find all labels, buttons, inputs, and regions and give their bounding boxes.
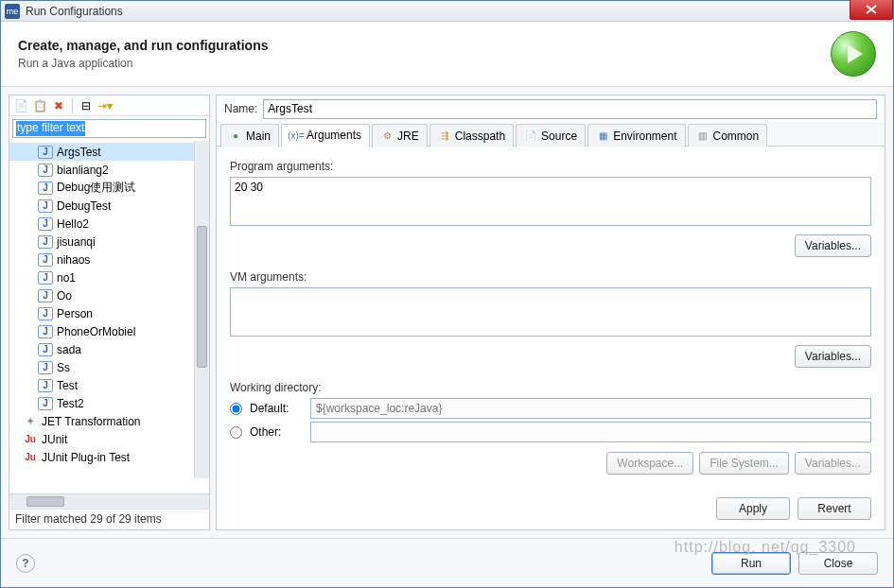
vm-args-input[interactable] xyxy=(230,287,871,337)
tree-item-phoneormobiel[interactable]: JPhoneOrMobiel xyxy=(9,322,209,340)
wd-variables-button[interactable]: Variables... xyxy=(795,452,871,475)
tabstrip: ●Main(x)=Arguments⚙JRE⇶Classpath📄Source▦… xyxy=(217,122,885,147)
titlebar: me Run Configurations xyxy=(1,1,893,22)
tree-item-hello2[interactable]: JHello2 xyxy=(9,215,209,233)
new-config-icon[interactable]: 📄 xyxy=(13,98,28,113)
source-tab-icon: 📄 xyxy=(524,130,537,143)
tree-toolbar: 📄 📋 ✖ ⊟ ⇥▾ xyxy=(9,95,209,116)
header-title: Create, manage, and run configurations xyxy=(18,38,269,53)
java-icon: J xyxy=(38,182,53,195)
jet-icon: ✦ xyxy=(23,415,38,428)
common-tab-icon: ▥ xyxy=(696,130,710,143)
run-configurations-dialog: me Run Configurations Create, manage, an… xyxy=(0,0,894,588)
java-icon: J xyxy=(38,253,53,267)
horizontal-scrollbar[interactable] xyxy=(9,493,209,509)
ju-icon: Ju xyxy=(23,433,38,446)
tree-item-jisuanqi[interactable]: Jjisuanqi xyxy=(9,233,209,251)
tree-item-ss[interactable]: JSs xyxy=(9,358,209,376)
close-icon xyxy=(866,5,877,14)
program-args-label: Program arguments: xyxy=(230,160,871,173)
main-tab-icon: ● xyxy=(229,130,242,143)
apply-button[interactable]: Apply xyxy=(716,497,790,520)
wd-other-radio[interactable] xyxy=(230,426,242,439)
java-icon: J xyxy=(38,307,53,320)
wd-default-radio[interactable] xyxy=(230,403,242,415)
filter-input[interactable] xyxy=(12,119,206,138)
titlebar-title: Run Configurations xyxy=(26,5,123,18)
vertical-scrollbar[interactable] xyxy=(194,141,209,478)
wd-workspace-button[interactable]: Workspace... xyxy=(606,452,693,475)
config-tree[interactable]: JArgsTestJbianliang2JDebug使用测试JDebugTest… xyxy=(9,141,209,493)
run-icon xyxy=(831,31,876,77)
collapse-icon[interactable]: ⊟ xyxy=(79,98,94,113)
program-args-input[interactable] xyxy=(230,177,871,226)
filter-icon[interactable]: ⇥▾ xyxy=(97,98,113,113)
app-icon: me xyxy=(5,4,20,19)
vm-args-label: VM arguments: xyxy=(230,270,871,284)
tree-category-jet-transformation[interactable]: ✦JET Transformation xyxy=(9,412,209,430)
arguments-tab-body: Program arguments: Variables... VM argum… xyxy=(217,147,885,488)
tab-source[interactable]: 📄Source xyxy=(516,124,586,147)
tab-classpath[interactable]: ⇶Classpath xyxy=(429,124,514,147)
wd-other-label: Other: xyxy=(250,425,303,439)
tab-common[interactable]: ▥Common xyxy=(688,124,768,147)
help-icon[interactable]: ? xyxy=(16,554,35,573)
classpath-tab-icon: ⇶ xyxy=(438,130,451,143)
tree-item-nihaos[interactable]: Jnihaos xyxy=(9,251,209,268)
tree-item-person[interactable]: JPerson xyxy=(9,304,209,322)
java-icon: J xyxy=(38,325,53,338)
tree-item-test[interactable]: JTest xyxy=(9,376,209,394)
java-icon: J xyxy=(38,146,53,159)
delete-icon[interactable]: ✖ xyxy=(51,98,66,113)
filter-status: Filter matched 29 of 29 items xyxy=(9,509,209,529)
java-icon: J xyxy=(38,397,53,410)
jre-tab-icon: ⚙ xyxy=(380,130,394,143)
name-input[interactable] xyxy=(263,99,877,119)
dialog-header: Create, manage, and run configurations R… xyxy=(1,22,893,87)
wd-other-value xyxy=(310,422,871,442)
config-editor: Name: ●Main(x)=Arguments⚙JRE⇶Classpath📄S… xyxy=(216,95,885,530)
tree-item-test2[interactable]: JTest2 xyxy=(9,394,209,412)
java-icon: J xyxy=(38,164,53,177)
java-icon: J xyxy=(38,289,53,303)
working-dir-label: Working directory: xyxy=(230,381,871,394)
header-subtitle: Run a Java application xyxy=(18,57,269,70)
wd-filesystem-button[interactable]: File System... xyxy=(699,452,789,475)
tab-arguments[interactable]: (x)=Arguments xyxy=(281,124,370,147)
java-icon: J xyxy=(38,343,53,356)
tree-item-debugtest[interactable]: JDebugTest xyxy=(9,197,209,215)
tree-category-junit[interactable]: JuJUnit xyxy=(9,430,209,448)
revert-button[interactable]: Revert xyxy=(798,497,871,520)
java-icon: J xyxy=(38,361,53,374)
java-icon: J xyxy=(38,271,53,285)
tab-jre[interactable]: ⚙JRE xyxy=(372,124,428,147)
wd-default-value xyxy=(310,398,871,419)
program-variables-button[interactable]: Variables... xyxy=(795,234,871,257)
wd-default-label: Default: xyxy=(250,402,303,415)
vm-variables-button[interactable]: Variables... xyxy=(795,345,871,368)
java-icon: J xyxy=(38,379,53,392)
ju-icon: Ju xyxy=(23,451,38,464)
tree-item-sada[interactable]: Jsada xyxy=(9,340,209,358)
tree-item-no1[interactable]: Jno1 xyxy=(9,268,209,286)
window-close-button[interactable] xyxy=(850,0,893,20)
java-icon: J xyxy=(38,217,53,231)
tree-item-bianliang2[interactable]: Jbianliang2 xyxy=(9,161,209,179)
close-button[interactable]: Close xyxy=(798,552,878,575)
duplicate-icon[interactable]: 📋 xyxy=(32,98,47,113)
run-button[interactable]: Run xyxy=(711,552,791,575)
tree-item-debug使用测试[interactable]: JDebug使用测试 xyxy=(9,179,209,197)
tree-category-junit-plug-in-test[interactable]: JuJUnit Plug-in Test xyxy=(9,448,209,466)
tree-item-oo[interactable]: JOo xyxy=(9,286,209,304)
java-icon: J xyxy=(38,235,53,249)
tree-item-argstest[interactable]: JArgsTest xyxy=(9,143,209,161)
tab-main[interactable]: ●Main xyxy=(220,124,279,147)
name-label: Name: xyxy=(224,102,257,115)
environment-tab-icon: ▦ xyxy=(596,130,609,143)
java-icon: J xyxy=(38,199,53,213)
dialog-footer: ? Run Close xyxy=(1,538,893,587)
arguments-tab-icon: (x)= xyxy=(289,129,303,142)
tab-environment[interactable]: ▦Environment xyxy=(587,124,685,147)
config-tree-pane: 📄 📋 ✖ ⊟ ⇥▾ type filter text JArgsTestJbi… xyxy=(9,95,210,530)
